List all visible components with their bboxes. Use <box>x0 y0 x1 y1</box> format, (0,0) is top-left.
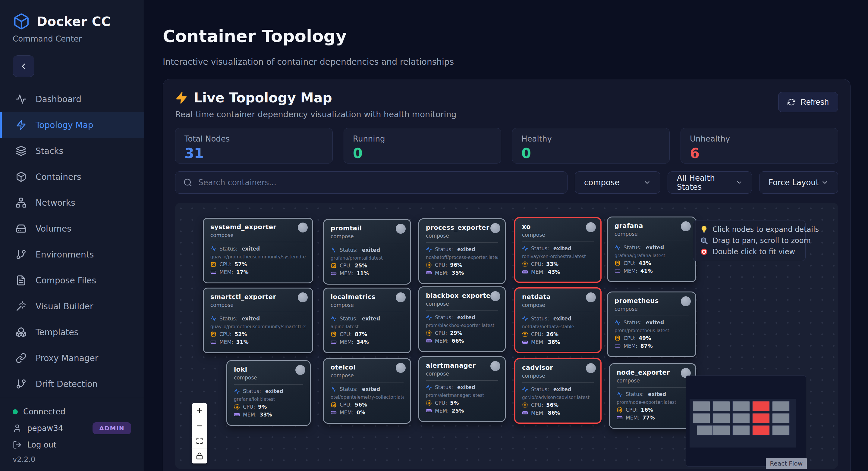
status-label: Status: <box>624 319 642 326</box>
minimap-node <box>712 425 730 435</box>
sidebar-item-containers[interactable]: Containers <box>0 164 144 190</box>
control-icon <box>196 422 203 430</box>
user-icon <box>13 424 22 433</box>
node-divider <box>615 315 689 316</box>
logout-button[interactable]: Log out <box>13 440 131 449</box>
sidebar-item-label: Volumes <box>36 224 71 234</box>
node-mem-row: MEM: 0% <box>331 410 404 415</box>
search-input[interactable] <box>198 178 559 187</box>
sidebar-item-compose-files[interactable]: Compose Files <box>0 267 144 293</box>
node-card-loki[interactable]: loki compose Status: exited grafana/loki… <box>226 360 311 426</box>
node-group: compose <box>426 371 498 377</box>
node-card-blackbox_exporter[interactable]: blackbox_exporter compose Status: exited… <box>418 287 506 352</box>
stat-value: 0 <box>353 146 492 160</box>
node-status-dot <box>586 293 596 302</box>
docker-cube-icon <box>13 13 30 30</box>
sidebar-item-templates[interactable]: Templates <box>0 319 144 345</box>
activity-icon <box>234 388 240 394</box>
zoom-out-button[interactable] <box>192 418 207 433</box>
filter-group: compose All Health States Force Layout <box>575 171 838 194</box>
cpu-icon <box>426 400 432 406</box>
node-status-row: Status: exited <box>331 247 404 253</box>
status-label: Status: <box>531 386 549 393</box>
stat-card-running: Running 0 <box>344 128 501 164</box>
cpu-label: CPU: <box>340 263 352 269</box>
lock-button[interactable] <box>192 448 207 464</box>
sidebar-item-label: Networks <box>36 198 75 208</box>
sidebar-item-drift-detection[interactable]: Drift Detection <box>0 371 144 397</box>
cpu-icon <box>522 261 528 267</box>
sidebar-item-visual-builder[interactable]: Visual Builder <box>0 293 144 319</box>
node-card-smartctl_exporter[interactable]: smartctl_exporter compose Status: exited… <box>203 288 313 353</box>
sidebar-item-label: Templates <box>36 327 79 337</box>
health-filter-select[interactable]: All Health States <box>668 171 752 194</box>
minimap[interactable] <box>686 375 806 467</box>
mem-value: 66% <box>452 338 464 344</box>
sidebar-item-volumes[interactable]: Volumes <box>0 215 144 241</box>
node-image: grafana/grafana:latest <box>615 253 689 258</box>
node-mem-row: MEM: 86% <box>522 410 594 416</box>
mem-value: 0% <box>356 410 365 415</box>
node-title: node_exporter <box>617 369 689 376</box>
node-card-process_exporter[interactable]: process_exporter compose Status: exited … <box>418 218 506 284</box>
node-mem-row: MEM: 87% <box>615 343 689 349</box>
activity-icon <box>426 314 432 321</box>
node-cpu-row: CPU: 29% <box>426 330 498 336</box>
node-card-prometheus[interactable]: prometheus compose Status: exited prom/p… <box>607 292 696 357</box>
status-label: Status: <box>624 244 642 250</box>
status-value: exited <box>265 388 283 394</box>
node-mem-row: MEM: 77% <box>617 415 689 421</box>
node-card-promtail[interactable]: promtail compose Status: exited grafana/… <box>323 219 411 284</box>
node-card-localmetrics[interactable]: localmetrics compose Status: exited alpi… <box>323 288 411 353</box>
mem-icon <box>331 410 337 415</box>
node-mem-row: MEM: 66% <box>426 338 498 344</box>
hint-row: Click nodes to expand details <box>700 225 799 234</box>
sidebar-item-dashboard[interactable]: Dashboard <box>0 86 144 112</box>
refresh-button[interactable]: Refresh <box>778 92 838 112</box>
node-card-otelcol[interactable]: otelcol compose Status: exited otel/open… <box>323 358 411 424</box>
node-status-dot <box>396 363 406 373</box>
sidebar-item-environments[interactable]: Environments <box>0 241 144 267</box>
node-image: prom/prometheus:latest <box>615 328 689 333</box>
stat-label: Healthy <box>521 134 660 143</box>
node-status-dot <box>396 224 406 234</box>
cpu-icon <box>522 331 528 337</box>
activity-icon <box>210 315 216 322</box>
node-status-dot <box>490 291 500 301</box>
sidebar-item-proxy-manager[interactable]: Proxy Manager <box>0 345 144 371</box>
topology-canvas[interactable]: systemd_exporter compose Status: exited … <box>175 203 838 469</box>
app-subtitle: Command Center <box>0 30 144 43</box>
node-cpu-row: CPU: 56% <box>331 402 404 408</box>
node-status-dot <box>681 221 691 231</box>
node-cpu-row: CPU: 87% <box>331 331 404 337</box>
status-value: exited <box>553 315 571 322</box>
node-group: compose <box>331 302 404 308</box>
node-divider <box>426 242 498 243</box>
node-card-systemd_exporter[interactable]: systemd_exporter compose Status: exited … <box>203 218 313 283</box>
layout-filter-select[interactable]: Force Layout <box>759 171 838 194</box>
zoom-in-button[interactable] <box>192 403 207 418</box>
sidebar-item-topology-map[interactable]: Topology Map <box>0 112 144 138</box>
lightning-bolt-icon <box>175 92 188 104</box>
status-value: exited <box>457 314 475 321</box>
minimap-node <box>772 413 789 424</box>
stat-value: 0 <box>521 146 660 160</box>
node-group: compose <box>331 372 404 378</box>
node-card-cadvisor[interactable]: cadvisor compose Status: exited gcr.io/c… <box>514 358 601 424</box>
node-card-netdata[interactable]: netdata compose Status: exited netdata/n… <box>514 287 601 353</box>
node-card-grafana[interactable]: grafana compose Status: exited grafana/g… <box>607 216 696 282</box>
connected-dot-icon <box>13 409 18 414</box>
fit-view-button[interactable] <box>192 433 207 448</box>
status-label: Status: <box>626 391 644 397</box>
reactflow-attribution[interactable]: React Flow <box>766 458 807 469</box>
node-status-row: Status: exited <box>426 246 498 253</box>
sidebar-item-stacks[interactable]: Stacks <box>0 138 144 164</box>
node-card-node_exporter[interactable]: node_exporter compose Status: exited pro… <box>609 363 696 429</box>
sidebar-item-networks[interactable]: Networks <box>0 190 144 215</box>
node-card-alertmanager[interactable]: alertmanager compose Status: exited prom… <box>418 356 506 422</box>
sidebar-collapse-button[interactable] <box>13 56 34 77</box>
hint-text: Drag to pan, scroll to zoom <box>712 236 811 245</box>
node-card-xo[interactable]: xo compose Status: exited ronivay/xen-or… <box>514 217 601 283</box>
stack-filter-select[interactable]: compose <box>575 171 660 194</box>
node-image: ncabatoff/process-exporter:latest <box>426 255 498 260</box>
